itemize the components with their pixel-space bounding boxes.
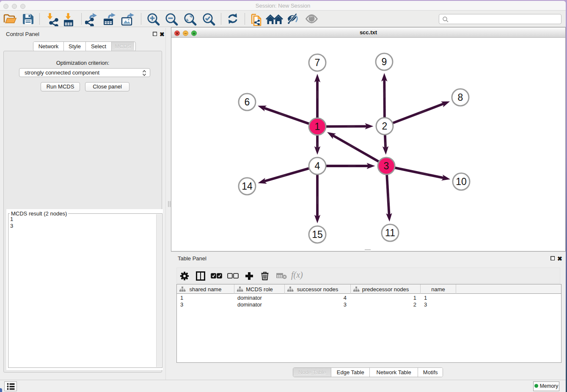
svg-text:2: 2 xyxy=(382,121,388,132)
svg-text:1: 1 xyxy=(315,121,320,132)
svg-text:6: 6 xyxy=(245,97,250,108)
svg-text:14: 14 xyxy=(242,181,253,192)
svg-text:7: 7 xyxy=(315,57,320,68)
svg-text:10: 10 xyxy=(456,176,467,187)
svg-text:4: 4 xyxy=(315,160,320,171)
svg-text:11: 11 xyxy=(385,227,395,238)
svg-text:9: 9 xyxy=(382,56,387,67)
svg-text:3: 3 xyxy=(384,160,389,171)
svg-text:8: 8 xyxy=(458,92,463,103)
svg-text:15: 15 xyxy=(312,229,323,240)
